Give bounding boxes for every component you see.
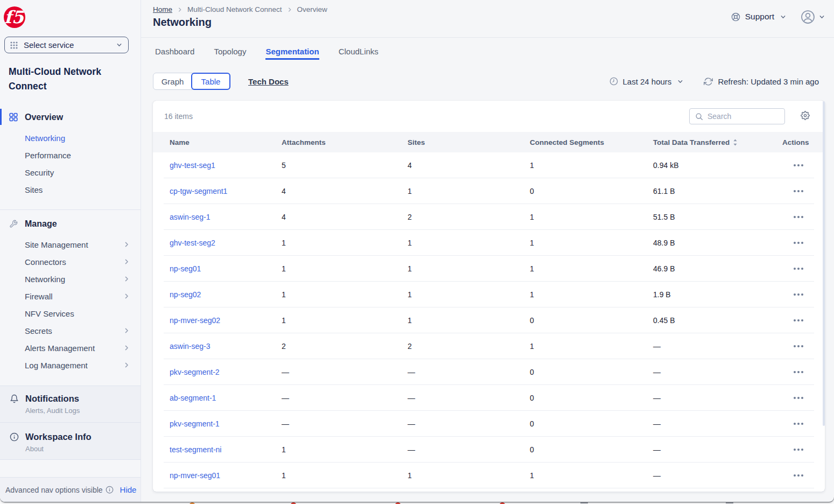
sidebar-item-secrets[interactable]: Secrets: [0, 322, 141, 339]
view-toggle-graph[interactable]: Graph: [153, 73, 192, 89]
view-toggle-table[interactable]: Table: [191, 73, 230, 90]
sidebar-item-performance[interactable]: Performance: [0, 146, 141, 164]
cell-sites: 1: [408, 316, 530, 325]
breadcrumb-home[interactable]: Home: [153, 5, 172, 13]
sidebar-item-notifications[interactable]: Notifications: [9, 394, 132, 404]
chevron-down-icon: [116, 42, 122, 48]
column-header-connected-segments[interactable]: Connected Segments: [530, 138, 653, 146]
row-actions-button[interactable]: [791, 290, 805, 299]
cell-connected-segments: 1: [530, 290, 653, 299]
page-title: Networking: [153, 16, 327, 29]
sort-icon[interactable]: [733, 139, 738, 146]
sidebar-item-networking-manage[interactable]: Networking: [0, 270, 141, 288]
main-area: Home Multi-Cloud Network Connect Overvie…: [141, 0, 834, 502]
cell-connected-segments: 1: [530, 264, 653, 273]
segment-link[interactable]: ghv-test-seg2: [170, 239, 215, 247]
overview-label: Overview: [25, 113, 63, 122]
row-actions-button[interactable]: [791, 419, 805, 428]
segment-link[interactable]: test-segment-ni: [170, 445, 221, 454]
chevron-down-icon: [819, 14, 825, 20]
breadcrumb-section: Overview: [297, 5, 327, 13]
row-actions-button[interactable]: [791, 187, 805, 195]
sidebar-item-security[interactable]: Security: [0, 164, 141, 181]
tab-cloudlinks[interactable]: CloudLinks: [339, 47, 379, 60]
sidebar-item-site-management[interactable]: Site Management: [0, 236, 141, 253]
sidebar-item-firewall[interactable]: Firewall: [0, 288, 141, 305]
column-header-total-data[interactable]: Total Data Transferred: [653, 138, 782, 146]
cell-sites: —: [408, 445, 530, 454]
cell-total-data: 0.94 kB: [653, 161, 782, 170]
workspace-title: Multi-Cloud Network Connect: [9, 65, 132, 93]
row-actions-button[interactable]: [791, 368, 805, 376]
column-header-name[interactable]: Name: [170, 138, 282, 146]
cell-name: np-seg02: [170, 290, 282, 299]
table-row: pkv-segment-1 — — 0 —: [164, 411, 814, 437]
segment-link[interactable]: cp-tgw-segment1: [170, 187, 227, 195]
sidebar-nav: Overview Networking Performance Security…: [0, 108, 141, 374]
segment-link[interactable]: ab-segment-1: [170, 394, 216, 402]
sidebar-item-networking[interactable]: Networking: [0, 129, 141, 146]
cell-total-data: —: [653, 394, 782, 402]
sidebar-section-manage[interactable]: Manage: [0, 215, 141, 233]
select-service-button[interactable]: Select service: [4, 37, 129, 53]
segment-link[interactable]: pkv-segment-1: [170, 419, 220, 428]
cell-connected-segments: 0: [530, 394, 653, 402]
gear-icon: [801, 111, 810, 122]
time-range-select[interactable]: Last 24 hours: [609, 77, 683, 86]
row-actions-button[interactable]: [791, 394, 805, 402]
select-service-label: Select service: [24, 40, 74, 50]
segment-link[interactable]: aswin-seg-3: [170, 342, 210, 351]
row-actions-button[interactable]: [791, 316, 805, 325]
column-header-actions[interactable]: Actions: [782, 138, 825, 146]
sidebar-item-log-management[interactable]: Log Management: [0, 356, 141, 374]
row-actions-button[interactable]: [791, 342, 805, 351]
cell-actions: [782, 342, 814, 351]
segment-link[interactable]: aswin-seg-1: [170, 213, 210, 221]
row-actions-button[interactable]: [791, 264, 805, 273]
column-header-sites[interactable]: Sites: [408, 138, 530, 146]
row-actions-button[interactable]: [791, 213, 805, 221]
segment-link[interactable]: np-seg01: [170, 264, 201, 273]
support-label: Support: [745, 12, 774, 22]
support-menu[interactable]: Support: [731, 12, 786, 22]
chevron-right-icon: [123, 345, 130, 351]
cell-attachments: 1: [282, 290, 408, 299]
tab-topology[interactable]: Topology: [214, 47, 246, 60]
segment-link[interactable]: np-seg02: [170, 290, 201, 299]
sidebar-item-alerts-management[interactable]: Alerts Management: [0, 339, 141, 356]
segment-link[interactable]: ghv-test-seg1: [170, 161, 215, 170]
account-menu[interactable]: [801, 10, 825, 24]
cell-attachments: 1: [282, 445, 408, 454]
refresh-button[interactable]: Refresh: Updated 3 min ago: [704, 77, 819, 86]
tab-dashboard[interactable]: Dashboard: [155, 47, 194, 60]
sidebar-item-nfv-services[interactable]: NFV Services: [0, 305, 141, 322]
row-actions-button[interactable]: [791, 239, 805, 247]
cell-connected-segments: 0: [530, 316, 653, 325]
header-actions: Support: [731, 10, 825, 24]
cell-actions: [782, 419, 814, 428]
sidebar-item-sites[interactable]: Sites: [0, 181, 141, 198]
segment-link[interactable]: np-mver-seg02: [170, 316, 220, 325]
row-actions-button[interactable]: [791, 161, 805, 170]
cell-sites: —: [408, 394, 530, 402]
row-actions-button[interactable]: [791, 445, 805, 454]
cell-sites: —: [408, 419, 530, 428]
tech-docs-link[interactable]: Tech Docs: [248, 77, 289, 86]
cell-connected-segments: 0: [530, 187, 653, 195]
table-scrollbar-thumb[interactable]: [823, 101, 825, 426]
search-input[interactable]: [707, 112, 780, 121]
segment-link[interactable]: pkv-segment-2: [170, 368, 220, 376]
row-actions-button[interactable]: [791, 471, 805, 480]
sidebar-item-connectors[interactable]: Connectors: [0, 253, 141, 270]
column-header-attachments[interactable]: Attachments: [282, 138, 408, 146]
sidebar-section-overview[interactable]: Overview: [0, 108, 141, 126]
segment-link[interactable]: np-mver-seg01: [170, 471, 220, 480]
tab-segmentation[interactable]: Segmentation: [265, 47, 319, 60]
cell-actions: [782, 161, 814, 170]
cell-actions: [782, 368, 814, 376]
hide-link[interactable]: Hide: [120, 485, 137, 494]
table-settings-button[interactable]: [801, 111, 810, 122]
segments-table-card: 16 items Name Attachments Sites Connecte…: [153, 101, 825, 492]
cell-sites: 1: [408, 290, 530, 299]
sidebar-item-workspace-info[interactable]: Workspace Info: [9, 432, 132, 442]
